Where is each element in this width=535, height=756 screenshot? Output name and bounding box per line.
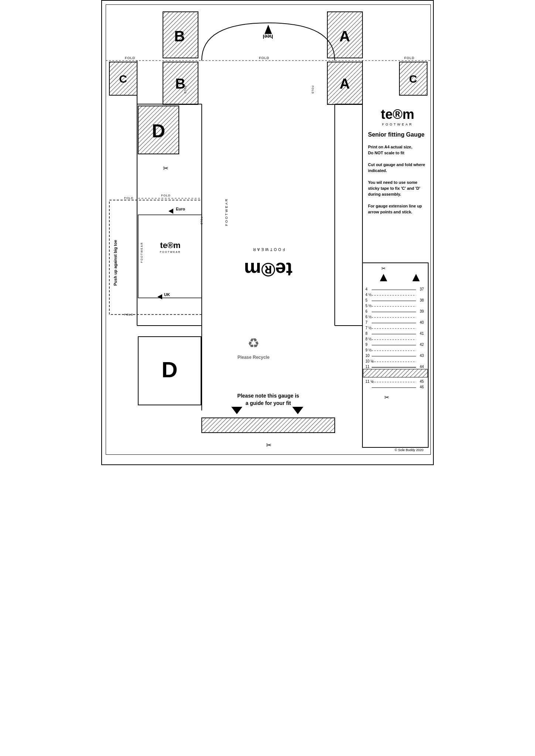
size-7: 7 <box>365 320 368 324</box>
uk-label: UK <box>164 292 170 297</box>
euro-label: Euro <box>176 207 185 211</box>
letter-c-right: C <box>409 73 417 85</box>
fold-label-box-top: FOLD <box>124 196 133 200</box>
size-4: 4 <box>365 287 368 291</box>
letter-a-top: A <box>340 28 350 44</box>
cut-instr-1: Cut out gauge and fold where <box>368 162 425 167</box>
letter-d-lower: D <box>161 357 177 382</box>
letter-b-mid: B <box>175 76 185 92</box>
size-8h: 8 ½ <box>365 337 372 341</box>
letter-d-upper: D <box>152 121 165 141</box>
scissors-left: ✂ <box>163 165 168 172</box>
size-37: 37 <box>420 287 424 291</box>
scissors-size-chart: ✂ <box>381 265 386 271</box>
push-text: Push up against big toe <box>113 240 117 286</box>
size-9h: 9 ½ <box>365 348 372 352</box>
fold-label-b-side: FOLD <box>184 86 187 94</box>
please-note-2: a guide for your fit <box>246 400 291 406</box>
recycle-icon: ♻ <box>248 336 259 351</box>
size-43: 43 <box>420 354 424 358</box>
tape-instr-2: sticky tape to fix 'C' and 'D' <box>368 186 420 190</box>
letter-b-top: B <box>174 28 185 44</box>
print-instr-2: Do NOT scale to fit <box>368 151 405 155</box>
page-container: FOLD FOLD FOLD B A C C B A FOLD FOLD <box>101 0 434 465</box>
svg-text:te®m: te®m <box>244 259 293 280</box>
copyright: © Sole Buddy 2020 <box>395 448 423 452</box>
scissors-size-bottom: ✂ <box>384 394 389 401</box>
size-8: 8 <box>365 331 368 336</box>
svg-text:FOOTWEAR: FOOTWEAR <box>160 251 181 253</box>
size-11: 11 <box>365 365 370 369</box>
size-6: 6 <box>365 309 368 313</box>
size-10h: 10 ½ <box>365 359 374 363</box>
please-note-1: Please note this gauge is <box>237 393 299 399</box>
fold-label-box-bottom: FOLD <box>124 313 133 316</box>
svg-rect-52 <box>363 369 427 377</box>
size-9: 9 <box>365 343 368 347</box>
fold-label-box-right: FOLD <box>200 217 203 225</box>
size-40: 40 <box>420 320 424 324</box>
fold-label-center-top: FOLD <box>259 56 269 60</box>
size-11h: 11 ½ <box>365 379 374 384</box>
fold-label-mid: FOLD <box>161 194 170 197</box>
size-5h: 5 ½ <box>365 304 372 308</box>
size-41: 41 <box>420 331 424 336</box>
size-6h: 6 ½ <box>365 315 372 319</box>
brand-sub-right: FOOTWEAR <box>382 123 413 126</box>
size-45: 45 <box>420 379 424 384</box>
fold-label-a-side: FOLD <box>311 86 314 94</box>
svg-text:te®m: te®m <box>160 241 180 250</box>
tape-instr-3: during assembly. <box>368 192 401 196</box>
size-5: 5 <box>365 298 368 302</box>
size-44: 44 <box>420 365 424 369</box>
letter-c-left: C <box>119 73 127 85</box>
svg-rect-35 <box>202 418 335 433</box>
footwear-vertical: FOOTWEAR <box>225 198 228 226</box>
brand-logo-right: te®m <box>381 107 415 122</box>
gauge-title: Senior fitting Gauge <box>368 131 425 138</box>
size-46: 46 <box>420 385 424 389</box>
size-39: 39 <box>420 309 424 313</box>
print-instr-1: Print on A4 actual size, <box>368 145 412 149</box>
letter-a-mid: A <box>340 76 350 92</box>
fold-label-right-top: FOLD <box>404 56 415 60</box>
scissors-bottom: ✂ <box>266 441 272 449</box>
gauge-diagram: FOLD FOLD FOLD B A C C B A FOLD FOLD <box>106 4 431 455</box>
size-4h: 4 ½ <box>365 293 372 297</box>
svg-text:FOOTWEAR: FOOTWEAR <box>252 247 285 251</box>
arrow-instr-2: arrow points and stick. <box>368 210 412 214</box>
recycle-text: Please Recycle <box>238 355 270 360</box>
size-10: 10 <box>365 354 370 358</box>
size-38: 38 <box>420 298 424 302</box>
cut-instr-2: indicated. <box>368 168 387 173</box>
svg-rect-36 <box>362 263 428 447</box>
arrow-instr-1: For gauge extension line up <box>368 204 422 208</box>
size-7h: 7 ½ <box>365 326 372 330</box>
heel-label: heel <box>263 34 273 39</box>
size-42: 42 <box>420 343 424 347</box>
svg-text:FOOTWEAR: FOOTWEAR <box>140 242 143 263</box>
fold-label-left-top: FOLD <box>125 56 135 60</box>
tape-instr-1: You wil need to use some <box>368 180 418 185</box>
